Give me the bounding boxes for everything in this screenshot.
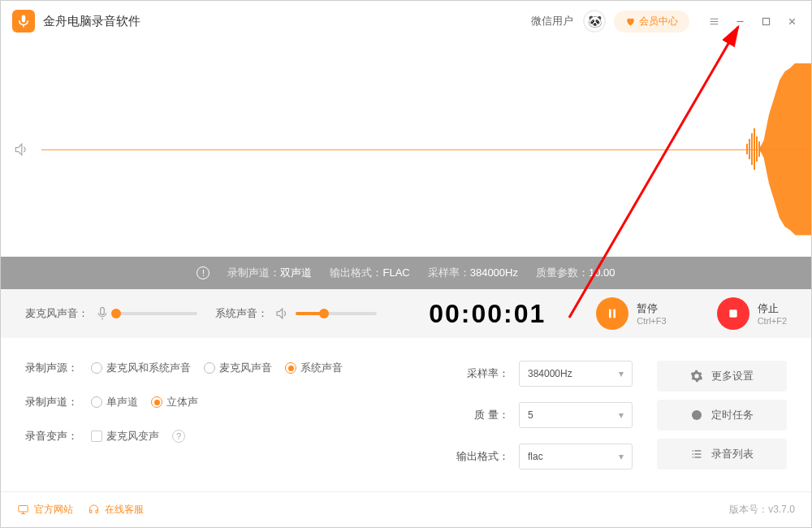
member-center-button[interactable]: 会员中心 xyxy=(614,11,689,32)
schedule-label: 定时任务 xyxy=(711,408,754,422)
app-window: 金舟电脑录音软件 微信用户 🐼 会员中心 xyxy=(0,0,812,528)
radio-source-mic[interactable]: 麦克风声音 xyxy=(204,361,272,375)
voicechange-row: 录音变声： 麦克风变声 ? xyxy=(25,429,369,444)
quality-row: 质 量： 5▾ xyxy=(394,402,633,428)
mid-settings: 采样率： 384000Hz▾ 质 量： 5▾ 输出格式： flac▾ xyxy=(394,361,633,483)
control-bar: 麦克风声音： 系统声音： 00:00:01 暂停Ctrl+F3 停止Ctrl+F… xyxy=(1,289,811,338)
system-volume-label: 系统声音： xyxy=(215,306,268,321)
quality-select[interactable]: 5▾ xyxy=(519,402,633,428)
format-row: 输出格式： flac▾ xyxy=(394,444,633,470)
mic-slider[interactable] xyxy=(116,312,197,315)
format-label: 输出格式： xyxy=(452,449,509,464)
info-icon: ! xyxy=(197,266,209,279)
info-quality: 质量参数：10.00 xyxy=(536,266,615,280)
stop-button[interactable]: 停止Ctrl+F2 xyxy=(717,297,787,330)
svg-rect-4 xyxy=(729,309,736,317)
footer: 官方网站 在线客服 版本号：v3.7.0 xyxy=(1,491,811,527)
system-slider[interactable] xyxy=(296,312,377,315)
menu-icon[interactable] xyxy=(701,8,727,34)
monitor-icon xyxy=(17,504,29,516)
format-select[interactable]: flac▾ xyxy=(519,444,633,470)
more-settings-button[interactable]: 更多设置 xyxy=(657,361,787,392)
user-type-label: 微信用户 xyxy=(531,14,573,28)
gear-icon xyxy=(690,370,703,383)
schedule-button[interactable]: 定时任务 xyxy=(657,400,787,431)
list-icon xyxy=(690,448,703,461)
radio-source-system[interactable]: 系统声音 xyxy=(285,361,343,375)
info-bar: ! 录制声道：双声道 输出格式：FLAC 采样率：384000Hz 质量参数：1… xyxy=(1,257,811,289)
pause-label: 暂停 xyxy=(637,301,666,316)
svg-rect-3 xyxy=(614,309,616,318)
maximize-button[interactable] xyxy=(753,8,779,34)
version-label: 版本号：v3.7.0 xyxy=(729,503,795,517)
rate-label: 采样率： xyxy=(452,366,509,381)
speaker-icon xyxy=(1,141,41,158)
official-website-link[interactable]: 官方网站 xyxy=(17,503,73,517)
chevron-down-icon: ▾ xyxy=(619,368,624,379)
pause-icon xyxy=(596,297,628,330)
settings-panel: 录制声源： 麦克风和系统声音 麦克风声音 系统声音 录制声道： 单声道 立体声 … xyxy=(1,338,811,491)
waveform-area xyxy=(41,41,811,257)
left-settings: 录制声源： 麦克风和系统声音 麦克风声音 系统声音 录制声道： 单声道 立体声 … xyxy=(25,361,369,483)
titlebar: 金舟电脑录音软件 微信用户 🐼 会员中心 xyxy=(1,1,811,41)
info-channel: 录制声道：双声道 xyxy=(227,266,312,280)
pause-button[interactable]: 暂停Ctrl+F3 xyxy=(596,297,666,330)
svg-rect-0 xyxy=(762,18,769,24)
source-row: 录制声源： 麦克风和系统声音 麦克风声音 系统声音 xyxy=(25,361,369,375)
svg-rect-2 xyxy=(609,309,611,318)
member-center-label: 会员中心 xyxy=(639,15,678,28)
pause-shortcut: Ctrl+F3 xyxy=(637,316,666,326)
recording-list-button[interactable]: 录音列表 xyxy=(657,439,787,470)
timer-display: 00:00:01 xyxy=(429,299,546,329)
info-rate: 采样率：384000Hz xyxy=(428,266,518,280)
system-volume-group: 系统声音： xyxy=(215,306,377,321)
right-settings: 更多设置 定时任务 录音列表 xyxy=(657,361,787,483)
info-format: 输出格式：FLAC xyxy=(330,266,409,280)
radio-source-mic-and-system[interactable]: 麦克风和系统声音 xyxy=(91,361,191,375)
waveform-shape xyxy=(758,63,811,236)
channel-row: 录制声道： 单声道 立体声 xyxy=(25,395,369,409)
recording-list-label: 录音列表 xyxy=(711,447,754,461)
close-button[interactable] xyxy=(779,8,805,34)
mic-label: 麦克风声音： xyxy=(25,306,89,321)
radio-channel-mono[interactable]: 单声道 xyxy=(91,395,138,409)
stop-shortcut: Ctrl+F2 xyxy=(758,316,787,326)
waveform-midline xyxy=(41,149,811,150)
chevron-down-icon: ▾ xyxy=(619,409,624,421)
window-controls xyxy=(701,8,805,34)
chevron-down-icon: ▾ xyxy=(619,451,624,462)
waveform-panel xyxy=(1,41,811,257)
headset-icon xyxy=(88,504,100,516)
clock-icon xyxy=(690,409,703,422)
voicechange-label: 录音变声： xyxy=(25,429,78,444)
rate-row: 采样率： 384000Hz▾ xyxy=(394,361,633,387)
minimize-button[interactable] xyxy=(727,8,753,34)
app-logo-icon xyxy=(12,10,35,32)
voicechange-checkbox[interactable]: 麦克风变声 xyxy=(91,429,159,444)
source-label: 录制声源： xyxy=(25,361,78,375)
svg-rect-6 xyxy=(19,506,28,513)
user-avatar-icon[interactable]: 🐼 xyxy=(583,10,606,32)
mic-icon xyxy=(95,306,110,321)
stop-label: 停止 xyxy=(758,301,787,316)
quality-label: 质 量： xyxy=(452,408,509,422)
channel-label: 录制声道： xyxy=(25,395,78,409)
speaker-volume-icon xyxy=(274,306,289,321)
online-service-link[interactable]: 在线客服 xyxy=(88,503,144,517)
stop-icon xyxy=(717,297,749,330)
rate-select[interactable]: 384000Hz▾ xyxy=(519,361,633,387)
radio-channel-stereo[interactable]: 立体声 xyxy=(151,395,198,409)
app-title: 金舟电脑录音软件 xyxy=(43,14,531,29)
more-settings-label: 更多设置 xyxy=(711,369,754,383)
help-icon[interactable]: ? xyxy=(172,430,185,443)
mic-volume-group: 麦克风声音： xyxy=(25,306,197,321)
